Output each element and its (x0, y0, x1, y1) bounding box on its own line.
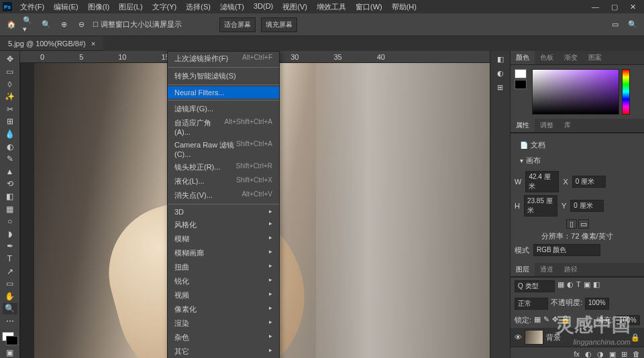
zoom-minus-icon[interactable]: ⊖ (75, 19, 87, 31)
filter-menu-item[interactable]: 渲染 (168, 316, 279, 331)
type-tool[interactable]: T (3, 253, 17, 265)
filter-menu-item[interactable]: Neural Filters... (168, 86, 279, 99)
tab-color[interactable]: 颜色 (511, 51, 535, 64)
filter-menu-item[interactable]: 扭曲 (168, 260, 279, 274)
filter-menu-item[interactable]: 其它 (168, 345, 279, 358)
lock-icon-2[interactable]: ✎ (543, 315, 549, 325)
picker-bg[interactable] (515, 80, 527, 89)
minimize-icon[interactable]: — (592, 3, 599, 11)
stamp-tool[interactable]: ▲ (3, 166, 17, 177)
new-layer-icon[interactable]: ⊞ (621, 350, 627, 358)
filter-icon-2[interactable]: ◐ (567, 280, 574, 292)
panel-icon-1[interactable]: ◧ (497, 55, 504, 64)
picker-fg[interactable] (515, 69, 527, 78)
hue-slider[interactable] (622, 69, 630, 115)
filter-menu-item[interactable]: 消失点(V)...Alt+Ctrl+V (168, 188, 279, 202)
group-icon[interactable]: ▣ (609, 350, 616, 358)
tab-close-icon[interactable]: × (91, 40, 95, 48)
lock-icon-4[interactable]: 🔒 (561, 315, 570, 325)
tab-paths[interactable]: 路径 (559, 263, 583, 276)
edit-toolbar[interactable]: ⋯ (3, 316, 17, 327)
filter-menu-item[interactable]: 像素化 (168, 302, 279, 316)
frame-tool[interactable]: ⊞ (3, 116, 17, 127)
document-tab[interactable]: 5.jpg @ 100%(RGB/8#) × (0, 36, 103, 51)
y-input[interactable]: 0 厘米 (570, 200, 604, 212)
menu-edit[interactable]: 编辑(E) (50, 1, 83, 13)
filter-menu-item[interactable]: 自适应广角(A)...Alt+Shift+Ctrl+A (168, 116, 279, 138)
filter-menu-item[interactable]: 液化(L)...Shift+Ctrl+X (168, 174, 279, 188)
gradient-tool[interactable]: ▦ (3, 203, 17, 215)
mask-icon[interactable]: ◐ (585, 350, 592, 358)
filter-menu-item[interactable]: 锐化 (168, 274, 279, 288)
filter-menu-item[interactable]: 模糊画廊 (168, 246, 279, 260)
filter-icon-3[interactable]: T (576, 280, 581, 292)
shape-tool[interactable]: ▭ (3, 278, 17, 290)
width-input[interactable]: 42.4 厘米 (525, 171, 559, 192)
adjust-icon[interactable]: ◑ (597, 350, 604, 358)
height-input[interactable]: 23.85 厘米 (524, 195, 557, 217)
tab-properties[interactable]: 属性 (511, 119, 535, 132)
options-checkbox-label[interactable]: ☐ 调整窗口大小以满屏显示 (93, 19, 182, 29)
search-icon[interactable]: 🔍 (627, 19, 639, 31)
menu-select[interactable]: 选择(S) (182, 1, 215, 13)
menu-image[interactable]: 图像(I) (84, 1, 113, 13)
close-icon[interactable]: ✕ (630, 3, 636, 11)
menu-view[interactable]: 视图(V) (278, 1, 311, 13)
filter-menu-item[interactable]: 视频 (168, 288, 279, 302)
history-tool[interactable]: ⟲ (3, 178, 17, 190)
fx-icon[interactable]: fx (574, 350, 580, 358)
tool-preset-icon[interactable]: 🔍▾ (23, 19, 35, 31)
home-icon[interactable]: 🏠 (5, 19, 17, 31)
panel-icon-2[interactable]: ◐ (497, 69, 504, 78)
mode-select[interactable]: RGB 颜色 (533, 244, 600, 256)
tab-patterns[interactable]: 图案 (583, 51, 607, 64)
filter-menu-item[interactable]: Camera Raw 滤镜(C)...Shift+Ctrl+A (168, 138, 279, 160)
filter-icon-1[interactable]: ▦ (557, 280, 564, 292)
menu-layer[interactable]: 图层(L) (115, 1, 146, 13)
canvas-section[interactable]: ▾ 画布 (515, 153, 640, 168)
visibility-icon[interactable]: 👁 (515, 333, 522, 341)
filter-icon-4[interactable]: ▣ (584, 280, 590, 292)
filter-menu-item[interactable]: 滤镜库(G)... (168, 102, 279, 116)
x-input[interactable]: 0 厘米 (572, 176, 606, 188)
layer-kind-filter[interactable]: Q 类型 (515, 280, 555, 292)
filter-menu-item[interactable]: 镜头校正(R)...Shift+Ctrl+R (168, 160, 279, 174)
filter-menu-item[interactable]: 模糊 (168, 232, 279, 246)
filter-icon-5[interactable]: ◧ (593, 280, 600, 292)
bg-swatch[interactable] (6, 336, 18, 345)
fit-screen-button[interactable]: 适合屏幕 (219, 17, 256, 32)
fill-value[interactable]: 100% (616, 315, 640, 325)
fill-screen-button[interactable]: 填充屏幕 (261, 17, 297, 32)
lock-icon-1[interactable]: ▦ (534, 315, 541, 325)
filter-menu-item[interactable]: 杂色 (168, 331, 279, 345)
menu-file[interactable]: 文件(F) (16, 1, 48, 13)
dodge-tool[interactable]: ◗ (3, 229, 17, 240)
eraser-tool[interactable]: ◧ (3, 191, 17, 202)
tab-libraries[interactable]: 库 (559, 119, 576, 132)
color-swatches[interactable] (2, 332, 18, 345)
lock-icon-3[interactable]: ✥ (552, 315, 558, 325)
blur-tool[interactable]: ○ (3, 216, 17, 227)
orient-landscape-icon[interactable]: ▭ (578, 219, 589, 229)
pen-tool[interactable]: ✒ (3, 241, 17, 252)
trash-icon[interactable]: 🗑 (633, 350, 640, 358)
marquee-tool[interactable]: ▭ (3, 66, 17, 78)
filter-menu-item[interactable]: 转换为智能滤镜(S) (168, 69, 279, 83)
zoom-icon[interactable]: 🔍 (40, 19, 52, 31)
move-tool[interactable]: ✥ (3, 54, 17, 65)
crop-tool[interactable]: ✂ (3, 103, 17, 115)
tab-adjustments[interactable]: 调整 (535, 119, 559, 132)
wand-tool[interactable]: ✨ (3, 91, 17, 103)
menu-plugins[interactable]: 增效工具 (313, 1, 350, 13)
brush-tool[interactable]: ✎ (3, 154, 17, 165)
orient-portrait-icon[interactable]: ▯ (566, 219, 577, 229)
menu-help[interactable]: 帮助(H) (388, 1, 421, 13)
panel-icon-3[interactable]: ⊞ (497, 83, 503, 92)
filter-menu-item[interactable]: 上次滤镜操作(F)Alt+Ctrl+F (168, 52, 279, 66)
filter-menu-item[interactable]: 3D (168, 206, 279, 218)
tab-layers[interactable]: 图层 (511, 263, 535, 276)
eyedropper-tool[interactable]: 💧 (3, 129, 17, 140)
tab-channels[interactable]: 通道 (535, 263, 559, 276)
menu-type[interactable]: 文字(Y) (148, 1, 181, 13)
opacity-value[interactable]: 100% (585, 298, 609, 310)
